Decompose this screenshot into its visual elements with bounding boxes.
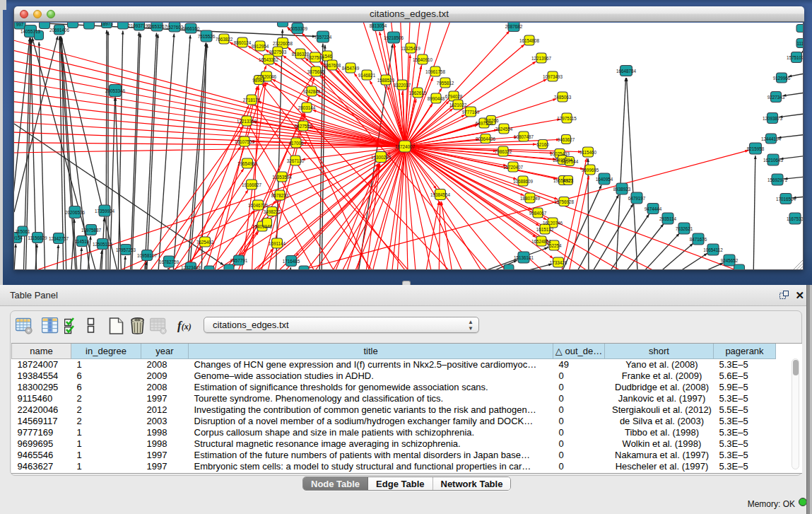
svg-text:997: 997 xyxy=(16,23,24,27)
svg-text:3267130: 3267130 xyxy=(287,158,305,163)
svg-text:8938923: 8938923 xyxy=(613,187,631,192)
svg-text:20206536: 20206536 xyxy=(65,210,86,215)
svg-text:9699695: 9699695 xyxy=(582,168,599,173)
svg-text:10654112: 10654112 xyxy=(703,247,723,252)
svg-text:9242848: 9242848 xyxy=(303,89,321,94)
svg-text:8454749: 8454749 xyxy=(342,66,360,71)
svg-text:9827503: 9827503 xyxy=(269,49,287,54)
svg-text:10025433: 10025433 xyxy=(550,151,570,156)
svg-text:8427552: 8427552 xyxy=(295,124,312,129)
svg-text:2718176: 2718176 xyxy=(243,98,261,103)
svg-text:1112: 1112 xyxy=(796,41,803,46)
svg-text:9245652: 9245652 xyxy=(721,258,739,263)
svg-text:12323448: 12323448 xyxy=(181,265,201,270)
svg-text:9084067: 9084067 xyxy=(529,211,547,216)
svg-text:6479197: 6479197 xyxy=(628,196,646,201)
svg-text:12093873: 12093873 xyxy=(763,116,783,121)
svg-text:7357224: 7357224 xyxy=(314,35,332,40)
svg-text:9457791: 9457791 xyxy=(230,258,248,263)
svg-text:15720407: 15720407 xyxy=(503,165,524,170)
svg-text:1691144: 1691144 xyxy=(269,241,286,246)
svg-text:20364436: 20364436 xyxy=(476,136,496,141)
svg-text:12505135: 12505135 xyxy=(93,242,113,247)
svg-text:9129966: 9129966 xyxy=(773,76,791,81)
svg-text:6794028: 6794028 xyxy=(445,94,463,99)
svg-text:746266: 746266 xyxy=(483,118,499,123)
svg-text:14055713: 14055713 xyxy=(20,29,41,34)
svg-text:1527602: 1527602 xyxy=(166,25,184,30)
svg-text:8860124: 8860124 xyxy=(234,40,252,45)
svg-text:20053346: 20053346 xyxy=(105,88,126,93)
svg-text:18973: 18973 xyxy=(100,23,113,26)
svg-text:10973493: 10973493 xyxy=(543,74,563,79)
svg-text:8813054: 8813054 xyxy=(370,23,387,28)
svg-text:8990448: 8990448 xyxy=(428,96,445,101)
svg-text:12444194: 12444194 xyxy=(761,136,782,141)
svg-text:1716485: 1716485 xyxy=(283,259,300,264)
svg-text:19166827: 19166827 xyxy=(242,182,262,187)
svg-text:7485063: 7485063 xyxy=(554,95,572,100)
svg-text:19654983: 19654983 xyxy=(237,161,258,166)
svg-text:1621022: 1621022 xyxy=(449,103,467,107)
svg-text:10807487: 10807487 xyxy=(514,134,534,139)
svg-text:16053309: 16053309 xyxy=(288,26,308,31)
svg-text:18724007: 18724007 xyxy=(395,144,416,149)
svg-text:7986322: 7986322 xyxy=(495,149,512,154)
svg-text:9146821: 9146821 xyxy=(358,73,376,78)
svg-text:9463627: 9463627 xyxy=(558,137,575,142)
svg-text:16046736: 16046736 xyxy=(248,203,269,208)
svg-text:4923: 4923 xyxy=(563,178,574,183)
svg-text:16154808: 16154808 xyxy=(519,38,540,43)
svg-text:19300293: 19300293 xyxy=(371,155,392,160)
svg-text:1362615: 1362615 xyxy=(409,90,427,95)
svg-text:114519: 114519 xyxy=(75,239,90,244)
svg-text:7515526: 7515526 xyxy=(198,34,216,39)
svg-text:23226058: 23226058 xyxy=(273,41,293,46)
svg-text:6966160: 6966160 xyxy=(182,26,200,31)
svg-text:12213369: 12213369 xyxy=(237,119,257,124)
svg-text:10961758: 10961758 xyxy=(425,69,446,74)
svg-text:62160: 62160 xyxy=(536,142,549,147)
svg-text:2803144: 2803144 xyxy=(298,105,316,110)
svg-text:16120746: 16120746 xyxy=(543,221,563,226)
svg-text:20691406: 20691406 xyxy=(49,28,70,33)
svg-text:16210643: 16210643 xyxy=(763,158,784,163)
svg-text:9474444: 9474444 xyxy=(645,206,662,211)
svg-text:18807249: 18807249 xyxy=(520,196,541,201)
svg-text:9777169: 9777169 xyxy=(462,110,480,115)
svg-text:10958107: 10958107 xyxy=(137,253,158,258)
svg-text:16107553: 16107553 xyxy=(235,139,255,144)
svg-text:17957253: 17957253 xyxy=(116,247,136,252)
svg-text:1615132: 1615132 xyxy=(536,227,554,232)
svg-text:7663822: 7663822 xyxy=(216,37,233,42)
svg-text:10975887: 10975887 xyxy=(81,228,102,233)
svg-text:7625402: 7625402 xyxy=(196,240,214,245)
svg-text:9357544: 9357544 xyxy=(561,159,579,164)
svg-text:12342757: 12342757 xyxy=(49,236,69,241)
svg-text:10688609: 10688609 xyxy=(513,179,534,184)
svg-text:15692971: 15692971 xyxy=(767,177,788,182)
svg-text:1640954: 1640954 xyxy=(596,177,613,182)
svg-text:16782759: 16782759 xyxy=(159,259,180,264)
svg-text:11325419: 11325419 xyxy=(401,46,420,51)
svg-text:417006: 417006 xyxy=(288,141,304,146)
svg-text:15136141: 15136141 xyxy=(514,255,534,260)
svg-text:7955812: 7955812 xyxy=(437,81,454,86)
svg-text:3875685: 3875685 xyxy=(307,69,325,74)
svg-text:8215958: 8215958 xyxy=(747,146,765,151)
svg-text:1167533: 1167533 xyxy=(787,216,803,221)
svg-text:19218506: 19218506 xyxy=(384,35,404,40)
svg-text:19384554: 19384554 xyxy=(430,192,451,197)
svg-text:12975115: 12975115 xyxy=(557,116,577,121)
svg-text:39154: 39154 xyxy=(14,235,23,240)
svg-text:11353594: 11353594 xyxy=(272,175,292,180)
svg-text:2935114: 2935114 xyxy=(659,216,677,221)
svg-text:2087682: 2087682 xyxy=(505,24,523,29)
svg-text:3498222: 3498222 xyxy=(264,209,281,214)
svg-text:2867608: 2867608 xyxy=(324,63,341,68)
svg-text:15409948: 15409948 xyxy=(252,224,273,229)
svg-text:7632621: 7632621 xyxy=(676,226,693,231)
svg-text:3624554: 3624554 xyxy=(495,127,513,132)
svg-text:8471676: 8471676 xyxy=(690,237,707,242)
svg-text:11156829: 11156829 xyxy=(28,235,47,240)
